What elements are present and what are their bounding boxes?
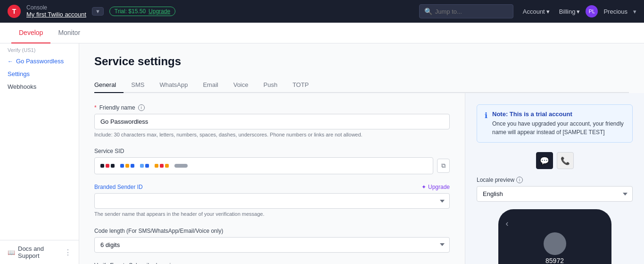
docs-support-link[interactable]: 📖 Docs and Support bbox=[8, 245, 64, 259]
sidebar-bottom: 📖 Docs and Support ⋮ bbox=[0, 240, 79, 264]
friendly-name-info-icon[interactable]: i bbox=[138, 104, 145, 111]
branded-sender-hint: The sender name that appears in the head… bbox=[94, 211, 450, 218]
content-tabs: General SMS WhatsApp Email Voice Push TO… bbox=[94, 77, 629, 93]
required-marker: * bbox=[94, 104, 97, 111]
account-nav-link[interactable]: Account ▾ bbox=[519, 6, 553, 17]
verify-events-label: Verify Events Subscribed service bbox=[94, 262, 450, 264]
tab-push[interactable]: Push bbox=[256, 77, 285, 93]
copy-icon: ⧉ bbox=[441, 162, 446, 169]
info-circle-icon: ℹ bbox=[485, 111, 487, 136]
branded-sender-header: Branded Sender ID ✦ Upgrade bbox=[94, 184, 450, 190]
note-text: Once you have upgraded your account, you… bbox=[492, 119, 625, 136]
sub-nav: Develop Monitor bbox=[0, 23, 644, 43]
sms-toggle-button[interactable]: 💬 bbox=[536, 152, 553, 169]
sidebar-back-link[interactable]: ← Go Passwordless bbox=[0, 55, 79, 68]
phone-back-icon: ‹ bbox=[506, 219, 509, 229]
branded-sender-field-group: Branded Sender ID ✦ Upgrade The sender n… bbox=[94, 184, 450, 218]
top-nav: T Console My first Twilio account ▼ Tria… bbox=[0, 0, 644, 23]
form-panel: * Friendly name i Include: 30 characters… bbox=[94, 104, 465, 264]
nav-links: Account ▾ Billing ▾ PL Precious ▾ bbox=[519, 5, 636, 17]
note-title: Note: This is a trial account bbox=[492, 111, 625, 118]
twilio-logo: T bbox=[8, 5, 21, 18]
voice-toggle-button[interactable]: 📞 bbox=[557, 152, 574, 169]
sidebar: Verify (US1) ← Go Passwordless Settings … bbox=[0, 43, 79, 264]
sidebar-item-settings[interactable]: Settings bbox=[0, 68, 79, 80]
tab-email[interactable]: Email bbox=[195, 77, 226, 93]
branded-sender-select[interactable] bbox=[94, 193, 450, 209]
phone-avatar bbox=[544, 232, 566, 255]
branded-upgrade-button[interactable]: ✦ Upgrade bbox=[421, 184, 450, 190]
sidebar-verify-label: Verify (US1) bbox=[0, 43, 79, 55]
tab-develop[interactable]: Develop bbox=[11, 23, 50, 43]
note-box: ℹ Note: This is a trial account Once you… bbox=[477, 104, 633, 143]
book-icon: 📖 bbox=[8, 249, 15, 256]
page-title: Service settings bbox=[94, 55, 629, 68]
service-sid-label: Service SID bbox=[94, 148, 450, 154]
friendly-name-input[interactable] bbox=[94, 114, 450, 129]
locale-info-icon[interactable]: i bbox=[516, 177, 523, 183]
trial-badge: Trial: $15.50 Upgrade bbox=[109, 7, 175, 16]
search-bar: 🔍 bbox=[419, 4, 513, 18]
branded-sender-label: Branded Sender ID bbox=[94, 184, 143, 190]
sid-copy-button[interactable]: ⧉ bbox=[437, 159, 450, 173]
tab-whatsapp[interactable]: WhatsApp bbox=[152, 77, 195, 93]
phone-toggle-row: 💬 📞 bbox=[477, 152, 633, 169]
console-label: Console bbox=[26, 4, 86, 11]
tab-monitor[interactable]: Monitor bbox=[50, 23, 88, 43]
user-caret-icon: ▾ bbox=[633, 8, 636, 15]
phone-number: 85972 bbox=[506, 257, 604, 264]
user-name-link[interactable]: Precious bbox=[600, 6, 631, 17]
code-length-label: Code length (For SMS/WhatsApp/Email/Voic… bbox=[94, 228, 450, 234]
friendly-name-hint: Include: 30 characters max, letters, num… bbox=[94, 131, 450, 138]
account-name-link[interactable]: My first Twilio account bbox=[26, 11, 86, 18]
account-dropdown-button[interactable]: ▼ bbox=[92, 7, 104, 16]
sidebar-more-icon[interactable]: ⋮ bbox=[64, 248, 72, 257]
service-sid-row: ⧉ bbox=[94, 157, 450, 174]
sparkle-icon: ✦ bbox=[421, 184, 426, 190]
tab-general[interactable]: General bbox=[94, 77, 124, 93]
billing-nav-link[interactable]: Billing ▾ bbox=[555, 6, 584, 17]
back-arrow-icon: ← bbox=[8, 58, 13, 65]
tab-totp[interactable]: TOTP bbox=[285, 77, 316, 93]
service-sid-field-group: Service SID bbox=[94, 148, 450, 174]
user-avatar[interactable]: PL bbox=[586, 5, 598, 17]
account-caret-icon: ▾ bbox=[546, 8, 550, 15]
friendly-name-label: * Friendly name i bbox=[94, 104, 450, 111]
locale-select[interactable]: English Spanish French German bbox=[477, 186, 633, 202]
form-and-preview: * Friendly name i Include: 30 characters… bbox=[94, 104, 629, 264]
friendly-name-field-group: * Friendly name i Include: 30 characters… bbox=[94, 104, 450, 138]
code-length-field-group: Code length (For SMS/WhatsApp/Email/Voic… bbox=[94, 228, 450, 253]
search-icon: 🔍 bbox=[424, 8, 432, 15]
phone-mockup: ‹ 85972 Your [SAMPLE TEST] verification … bbox=[498, 209, 611, 264]
code-length-select[interactable]: 4 digits 6 digits 8 digits 10 digits bbox=[94, 237, 450, 253]
upgrade-link[interactable]: Upgrade bbox=[149, 8, 170, 15]
service-sid-field bbox=[94, 157, 433, 174]
sidebar-item-webhooks[interactable]: Webhooks bbox=[0, 80, 79, 93]
search-input[interactable] bbox=[435, 8, 508, 15]
tab-sms[interactable]: SMS bbox=[124, 77, 152, 93]
tab-voice[interactable]: Voice bbox=[226, 77, 256, 93]
main-content: Service settings General SMS WhatsApp Em… bbox=[79, 43, 644, 264]
billing-caret-icon: ▾ bbox=[577, 8, 580, 15]
main-layout: Verify (US1) ← Go Passwordless Settings … bbox=[0, 43, 644, 264]
preview-panel: ℹ Note: This is a trial account Once you… bbox=[465, 93, 644, 264]
locale-preview-label: Locale preview i bbox=[477, 177, 633, 183]
